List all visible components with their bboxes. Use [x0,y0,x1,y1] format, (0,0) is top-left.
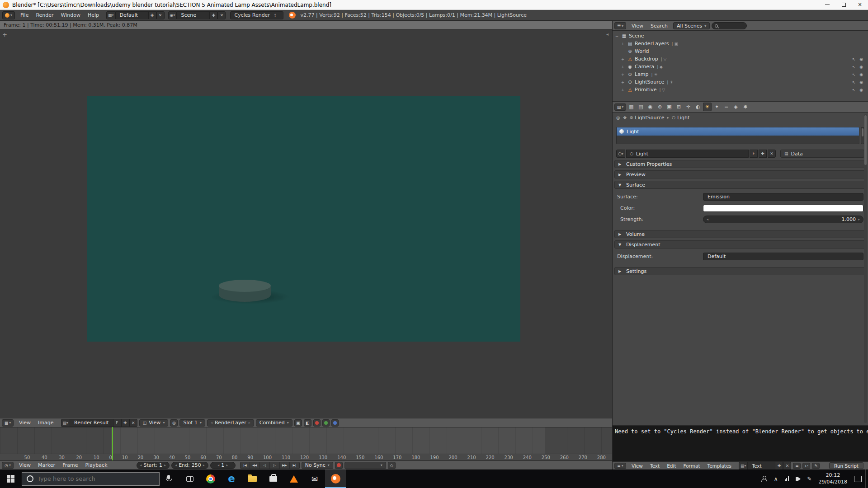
panel-surface[interactable]: ▼ Surface [614,181,866,189]
unlink-text-button[interactable]: ✕ [783,462,791,470]
hidden-icons-chevron[interactable]: ∧ [774,476,778,482]
menu-item[interactable]: File [17,12,32,18]
delete-scene-button[interactable]: ✕ [217,11,226,19]
restrict-toggle-icons[interactable]: ↖ ◉ [852,72,864,77]
line-numbers-toggle[interactable]: ≡ [793,463,801,469]
people-icon[interactable] [761,476,767,482]
timeline-ruler[interactable]: -50-40-30-20-100102030405060708090100110… [0,454,612,460]
scene-browse-button[interactable]: ◉▾ [168,11,177,19]
jump-next-keyframe-button[interactable]: ▶▶ [280,462,290,469]
slot-item-empty[interactable] [617,136,859,144]
panel-volume[interactable]: ▶ Volume [614,230,866,238]
display-mode-select[interactable]: All Scenes▾ [673,22,710,29]
text-browse-button[interactable]: ▤▾ [739,462,748,470]
start-button[interactable] [0,469,21,488]
current-frame-field[interactable]: ◂ 1 ▸ [210,462,236,469]
render-pass-select[interactable]: Combined▾ [256,419,292,427]
taskbar-app-mail[interactable]: ✉ [304,469,325,488]
syntax-highlight-toggle[interactable]: ✎ [812,463,820,469]
editor-type-button[interactable]: ◷▾ [2,462,14,469]
microphone-button[interactable] [160,469,178,488]
show-desktop-button[interactable] [865,469,868,488]
unlink-button[interactable]: ✕ [768,150,776,158]
outliner-search-field[interactable] [712,22,747,29]
panel-preview[interactable]: ▶ Preview [614,170,866,178]
scrollbar-thumb[interactable] [862,128,863,136]
frame-end-field[interactable]: ◂ End: 250 ▸ [171,462,208,469]
taskbar-app-vlc[interactable] [283,469,304,488]
taskbar-app-file-explorer[interactable] [242,469,263,488]
restrict-toggle-icons[interactable]: ↖ ◉ [852,88,864,92]
menu-item[interactable]: Text [646,463,663,469]
render-engine-select[interactable]: Cycles Render ↕ [230,11,283,19]
timeline-track[interactable] [0,427,612,454]
add-scene-button[interactable]: ✚ [209,11,217,19]
image-browse-button[interactable]: ▤▾ [61,419,71,427]
tab-object-icon[interactable]: ▣ [665,103,674,111]
outliner-item-label[interactable]: RenderLayers [635,41,669,47]
outliner-row[interactable]: + ◉ Camera | ◆ ↖ ◉ [613,63,868,70]
new-image-button[interactable]: ✚ [121,419,129,427]
region-expand-icon[interactable]: + [2,31,7,38]
decrement-icon[interactable]: ◂ [707,217,708,221]
menu-item[interactable]: View [15,462,34,468]
action-center-icon[interactable] [854,476,862,482]
expand-toggle-icon[interactable]: + [620,42,625,46]
taskbar-app-edge[interactable]: e [221,469,242,488]
tab-material-icon[interactable]: ◐ [693,103,702,111]
browse-lamp-button[interactable]: ○▾ [616,150,625,158]
outliner-item-label[interactable]: World [635,48,649,54]
delete-screen-layout-button[interactable]: ✕ [156,11,165,19]
screen-layout-browse-button[interactable]: ▦▾ [106,11,116,19]
panel-settings[interactable]: ▶ Settings [614,267,866,275]
taskbar-clock[interactable]: 20:12 29/04/2018 [819,472,847,485]
search-input[interactable] [38,475,155,482]
outliner-row[interactable]: ⊕ World [613,47,868,55]
auto-keyframe-button[interactable] [335,462,343,469]
editor-type-button[interactable]: ▦▾ [2,419,14,427]
menu-item[interactable]: View [628,23,647,29]
outliner-row[interactable]: + △ Primitive | ▽ ↖ ◉ [613,86,868,94]
tab-settings-icon[interactable]: ✱ [741,103,750,111]
breadcrumb-data[interactable]: ○ Light [672,115,689,121]
tab-render-layers-icon[interactable]: ▤ [637,103,645,111]
play-button[interactable]: ▷ [270,462,280,469]
outliner-item-label[interactable]: Backdrop [635,56,658,62]
play-reverse-button[interactable]: ◁ [260,462,270,469]
new-text-button[interactable]: ✚ [775,462,783,470]
alpha-channel-button[interactable]: ◧ [304,419,311,427]
draw-channels-button[interactable]: ▣ [294,419,302,427]
menu-item[interactable]: Edit [663,463,679,469]
expand-toggle-icon[interactable]: − [614,34,619,38]
fake-user-button[interactable]: F [113,419,121,427]
outliner-row[interactable]: + ▤ RenderLayers | ▣ [613,40,868,47]
panel-custom-properties[interactable]: ▶ Custom Properties [614,160,866,168]
data-link-select[interactable]: ▤ Data [780,150,864,158]
outliner-item-label[interactable]: Primitive [635,87,656,93]
pin-icon[interactable]: ◎ [616,115,620,120]
blue-channel-toggle[interactable] [331,419,339,427]
displacement-select[interactable]: Default [703,253,863,260]
network-signal-icon[interactable] [785,476,789,481]
jump-to-end-button[interactable]: ▶| [290,462,300,469]
outliner-row[interactable]: − ▦ Scene [613,32,868,40]
run-script-button[interactable]: Run Script [829,462,863,469]
outliner-item-label[interactable]: LightSource [635,79,664,85]
outliner-row[interactable]: + ⊙ Lamp | ☀ ↖ ◉ [613,70,868,78]
keying-set-select[interactable]: ▾ [344,462,386,469]
emission-strength-slider[interactable]: ◂ 1.000 ▸ [703,216,863,223]
tab-constraints-icon[interactable]: ⊞ [675,103,683,111]
image-name-field[interactable]: Render Result [70,419,113,427]
taskbar-search[interactable] [22,472,160,486]
expand-toggle-icon[interactable]: + [620,57,625,61]
scene-name-field[interactable]: Scene [177,11,209,19]
editor-type-button[interactable]: ▾ [2,11,15,19]
pin-button[interactable]: ◎ [170,419,178,427]
region-collapse-icon[interactable]: ◂ [606,32,609,37]
menu-item[interactable]: Image [34,420,57,426]
expand-toggle-icon[interactable]: + [620,72,625,77]
menu-item[interactable]: Render [32,12,57,18]
menu-item[interactable]: View [15,420,34,426]
volume-icon[interactable] [796,477,801,481]
taskbar-app-task-view[interactable] [179,469,200,488]
